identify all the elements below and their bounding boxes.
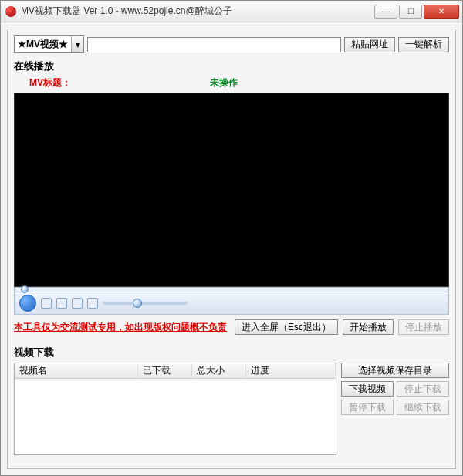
table-header: 视频名 已下载 总大小 进度 [15,363,336,379]
col-total[interactable]: 总大小 [192,364,246,377]
video-player[interactable] [14,93,449,287]
stop-icon[interactable] [41,298,52,309]
download-section: 视频下载 视频名 已下载 总大小 进度 选择视频保存目录 下载视频 [14,339,449,455]
app-window: MV视频下载器 Ver 1.0 - www.52pojie.cn@醉城公子 — … [0,0,463,476]
maximize-button[interactable]: ☐ [399,5,422,19]
seek-bar[interactable] [14,287,449,292]
prev-icon[interactable] [56,298,67,309]
resume-download-button[interactable]: 继续下载 [397,400,449,415]
minimize-button[interactable]: — [374,5,397,19]
play-section-label: 在线播放 [14,59,449,73]
status-text: 未操作 [210,76,238,89]
volume-slider[interactable] [103,302,188,305]
volume-icon[interactable] [87,298,98,309]
inner-panel: ★MV视频★ ▾ 粘贴网址 一键解析 在线播放 MV标题： 未操作 [7,29,456,469]
source-combo[interactable]: ★MV视频★ ▾ [14,35,84,53]
col-progress[interactable]: 进度 [246,364,336,377]
start-play-button[interactable]: 开始播放 [343,319,394,335]
pause-download-button[interactable]: 暂停下载 [341,400,394,415]
play-icon[interactable] [19,295,36,312]
parse-button[interactable]: 一键解析 [398,37,449,52]
disclaimer-text: 本工具仅为交流测试专用，如出现版权问题概不负责 [14,321,230,334]
fullscreen-button[interactable]: 进入全屏（Esc退出） [235,319,338,335]
chevron-down-icon[interactable]: ▾ [71,36,83,52]
top-controls: ★MV视频★ ▾ 粘贴网址 一键解析 [14,35,449,53]
window-title: MV视频下载器 Ver 1.0 - www.52pojie.cn@醉城公子 [21,5,373,18]
seek-knob[interactable] [21,285,29,293]
volume-knob[interactable] [133,299,142,308]
col-name[interactable]: 视频名 [15,364,138,377]
download-section-label: 视频下载 [14,346,449,360]
download-buttons: 选择视频保存目录 下载视频 停止下载 暂停下载 继续下载 [341,363,449,455]
stop-play-button[interactable]: 停止播放 [398,319,449,335]
app-icon [5,6,16,17]
paste-url-button[interactable]: 粘贴网址 [344,37,395,52]
download-table[interactable]: 视频名 已下载 总大小 进度 [14,363,336,455]
stop-download-button[interactable]: 停止下载 [397,381,449,397]
play-controls-row: 本工具仅为交流测试专用，如出现版权问题概不负责 进入全屏（Esc退出） 开始播放… [14,319,449,335]
player-controls [14,292,449,315]
choose-dir-button[interactable]: 选择视频保存目录 [341,363,449,378]
next-icon[interactable] [72,298,83,309]
mv-title-label: MV标题： [29,76,71,89]
col-downloaded[interactable]: 已下载 [138,364,192,377]
status-row: MV标题： 未操作 [14,73,449,93]
source-combo-label: ★MV视频★ [15,36,71,52]
close-button[interactable]: ✕ [424,5,459,19]
window-buttons: — ☐ ✕ [373,5,459,19]
titlebar[interactable]: MV视频下载器 Ver 1.0 - www.52pojie.cn@醉城公子 — … [1,1,462,22]
url-input[interactable] [87,37,341,52]
download-body: 视频名 已下载 总大小 进度 选择视频保存目录 下载视频 停止下载 [14,363,449,455]
download-button[interactable]: 下载视频 [341,381,394,397]
client-area: ★MV视频★ ▾ 粘贴网址 一键解析 在线播放 MV标题： 未操作 [1,22,462,475]
